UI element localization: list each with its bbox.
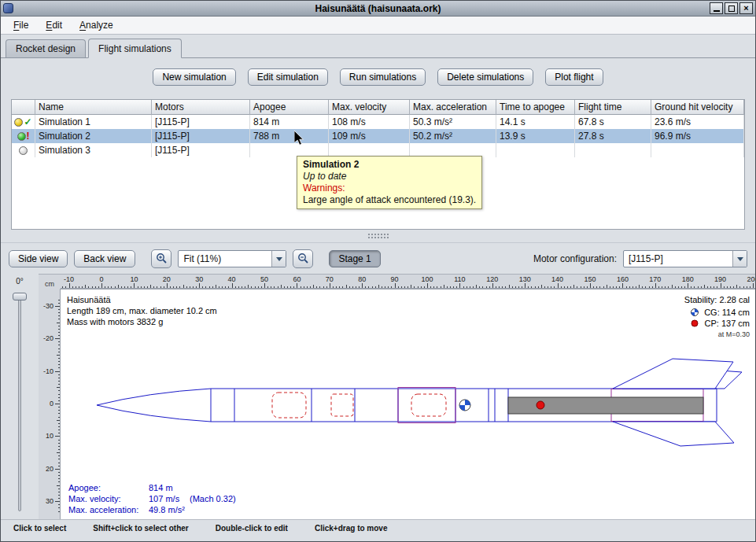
app-icon[interactable] bbox=[3, 3, 13, 13]
ruler-label: 0 bbox=[50, 400, 53, 407]
minimize-button[interactable] bbox=[710, 2, 723, 14]
column-header-ground-hit-velocity[interactable]: Ground hit velocity bbox=[651, 100, 744, 115]
ruler-tick bbox=[58, 495, 60, 496]
ruler-tick bbox=[297, 283, 297, 288]
menu-edit[interactable]: Edit bbox=[38, 17, 70, 33]
ruler-tick bbox=[245, 286, 245, 288]
ruler-tick bbox=[58, 326, 60, 326]
ruler-tick bbox=[408, 286, 408, 288]
ruler-tick bbox=[391, 286, 392, 288]
column-header-name[interactable]: Name bbox=[35, 100, 152, 115]
ruler-tick bbox=[88, 286, 89, 288]
slider-track[interactable] bbox=[18, 295, 21, 511]
table-row-simulation-1[interactable]: ✓Simulation 1[J115-P]814 m108 m/s50.3 m/… bbox=[12, 115, 744, 129]
ruler-tick bbox=[124, 286, 125, 288]
menu-file[interactable]: File bbox=[6, 17, 36, 33]
column-header-max-acceleration[interactable]: Max. acceleration bbox=[410, 100, 496, 115]
grip-dots bbox=[368, 234, 389, 235]
ruler-tick bbox=[147, 286, 148, 288]
window-controls: × bbox=[710, 2, 753, 14]
ruler-tick bbox=[684, 286, 685, 288]
slider-handle[interactable] bbox=[13, 293, 27, 300]
ruler-tick bbox=[463, 286, 464, 288]
cg-marker bbox=[459, 400, 470, 411]
ruler-tick bbox=[675, 286, 676, 288]
zoom-value: Fit (11%) bbox=[179, 251, 271, 267]
cell: 50.2 m/s² bbox=[410, 129, 496, 143]
ruler-tick bbox=[58, 511, 60, 512]
back-view-button[interactable]: Back view bbox=[74, 250, 135, 267]
edit-simulation-button[interactable]: Edit simulation bbox=[248, 68, 328, 86]
tab-flight-simulations[interactable]: Flight simulations bbox=[88, 39, 182, 58]
cell: [J115-P] bbox=[152, 115, 250, 129]
cell: Simulation 1 bbox=[35, 115, 152, 129]
ruler-tick bbox=[362, 283, 363, 288]
ruler-tick bbox=[134, 283, 135, 288]
cell: 67.8 s bbox=[575, 115, 651, 129]
ruler-tick bbox=[753, 283, 754, 288]
column-header-flight-time[interactable]: Flight time bbox=[575, 100, 651, 115]
split-handle[interactable] bbox=[1, 230, 755, 242]
zoom-out-button[interactable] bbox=[293, 249, 313, 268]
close-icon: × bbox=[743, 4, 748, 13]
ruler-tick bbox=[450, 286, 451, 288]
ruler-tick bbox=[593, 286, 594, 288]
menu-analyze[interactable]: Analyze bbox=[72, 17, 121, 33]
ruler-tick bbox=[212, 286, 213, 288]
column-header-apogee[interactable]: Apogee bbox=[250, 100, 329, 115]
ruler-tick bbox=[411, 285, 411, 288]
ruler-tick bbox=[58, 455, 60, 456]
ruler-tick bbox=[727, 286, 728, 288]
ruler-label: 10 bbox=[46, 432, 53, 440]
cg-value: CG: 114 cm bbox=[704, 308, 750, 317]
ruler-tick bbox=[55, 469, 60, 470]
ruler-tick bbox=[131, 286, 131, 288]
ruler-tick bbox=[58, 472, 60, 473]
ruler-tick bbox=[421, 286, 422, 288]
plot-flight-button[interactable]: Plot flight bbox=[545, 68, 603, 86]
title-bar[interactable]: Haisunäätä (haisunaata.ork) × bbox=[1, 1, 755, 17]
column-header-motors[interactable]: Motors bbox=[152, 100, 250, 115]
maximize-button[interactable] bbox=[725, 2, 738, 14]
window-title: Haisunäätä (haisunaata.ork) bbox=[1, 3, 755, 14]
ruler-tick bbox=[505, 286, 506, 288]
ruler-tick bbox=[626, 286, 627, 288]
column-header-time-to-apogee[interactable]: Time to apogee bbox=[496, 100, 575, 115]
ruler-tick bbox=[622, 283, 623, 288]
motor-configuration-select[interactable]: [J115-P] bbox=[623, 250, 747, 267]
stage-1-toggle[interactable]: Stage 1 bbox=[329, 250, 380, 267]
ruler-tick bbox=[352, 286, 353, 288]
cell: 814 m bbox=[250, 115, 329, 129]
ruler-tick bbox=[378, 285, 379, 288]
new-simulation-button[interactable]: New simulation bbox=[153, 68, 235, 86]
cell: 14.1 s bbox=[496, 115, 575, 129]
view-toolbar: Side view Back view Fit (11%) Stage 1 M bbox=[1, 242, 755, 274]
tab-rocket-design[interactable]: Rocket design bbox=[6, 39, 86, 57]
zoom-in-button[interactable] bbox=[151, 249, 171, 268]
rotation-value: 0° bbox=[1, 274, 39, 289]
ruler-tick bbox=[603, 286, 604, 288]
column-header-max-velocity[interactable]: Max. velocity bbox=[329, 100, 410, 115]
rocket-view-panel: 0° cm -100102030405060708090100110120130… bbox=[1, 274, 755, 519]
ruler-tick bbox=[98, 286, 99, 288]
delete-simulations-button[interactable]: Delete simulations bbox=[437, 68, 533, 86]
rocket-canvas[interactable]: Haisunäätä Length 189 cm, max. diameter … bbox=[61, 289, 755, 519]
ruler-label: 20 bbox=[163, 275, 171, 283]
side-view-button[interactable]: Side view bbox=[9, 250, 68, 267]
ruler-tick bbox=[58, 433, 60, 433]
close-button[interactable]: × bbox=[739, 2, 753, 14]
ruler-tick bbox=[290, 286, 291, 288]
zoom-select[interactable]: Fit (11%) bbox=[178, 250, 286, 267]
ruler-label: 80 bbox=[358, 275, 366, 283]
ruler-tick bbox=[717, 286, 717, 288]
status-ball-icon bbox=[19, 146, 28, 155]
ruler-tick bbox=[570, 286, 571, 288]
ruler-tick bbox=[319, 286, 320, 288]
ruler-tick bbox=[183, 285, 184, 288]
rotation-slider[interactable] bbox=[1, 289, 39, 519]
run-simulations-button[interactable]: Run simulations bbox=[340, 68, 426, 86]
check-icon: ✓ bbox=[24, 117, 31, 127]
cell: Simulation 2 bbox=[35, 129, 152, 143]
table-row-simulation-2[interactable]: !Simulation 2[J115-P]788 m109 m/s50.2 m/… bbox=[12, 129, 744, 143]
column-header-status[interactable] bbox=[12, 100, 35, 115]
